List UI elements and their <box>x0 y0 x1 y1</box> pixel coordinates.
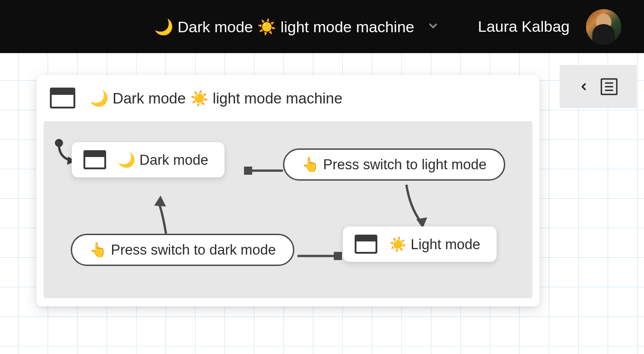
svg-point-6 <box>55 139 63 147</box>
state-node-light-mode[interactable]: ☀️ Light mode <box>343 226 497 262</box>
machine-header: 🌙 Dark mode ☀️ light mode machine <box>36 75 540 119</box>
svg-rect-15 <box>84 151 105 157</box>
svg-rect-8 <box>244 167 252 175</box>
event-to-light-mode[interactable]: 👆 Press switch to light mode <box>283 148 505 181</box>
arrow-event-to-light <box>406 185 427 228</box>
svg-marker-13 <box>154 196 166 206</box>
connector-light-to-event <box>298 252 342 260</box>
event-label: 👆 Press switch to light mode <box>302 156 487 173</box>
machine-body[interactable]: 🌙 Dark mode 👆 Press switch to light mode… <box>44 121 532 298</box>
connector-dark-to-event <box>244 167 283 175</box>
svg-rect-11 <box>334 252 342 260</box>
machine-title: 🌙 Dark mode ☀️ light mode machine <box>90 89 342 107</box>
state-node-dark-mode[interactable]: 🌙 Dark mode <box>72 142 224 177</box>
current-user-name: Laura Kalbag <box>478 18 570 35</box>
arrow-event-to-dark <box>154 196 166 234</box>
event-to-dark-mode[interactable]: 👆 Press switch to dark mode <box>71 234 294 266</box>
svg-rect-17 <box>356 236 376 241</box>
header-right: Laura Kalbag <box>478 9 621 44</box>
side-panel-toggle[interactable] <box>560 65 637 108</box>
chevron-left-icon <box>578 81 589 92</box>
header-title-group: 🌙 Dark mode ☀️ light mode machine <box>154 18 439 36</box>
state-label: 🌙 Dark mode <box>118 152 208 168</box>
svg-rect-5 <box>51 88 74 95</box>
state-icon <box>355 235 377 254</box>
project-title: 🌙 Dark mode ☀️ light mode machine <box>154 18 414 36</box>
chevron-down-icon <box>427 20 439 32</box>
machine-panel[interactable]: 🌙 Dark mode ☀️ light mode machine <box>36 75 540 306</box>
project-dropdown-trigger[interactable] <box>427 20 439 34</box>
avatar[interactable] <box>586 9 621 44</box>
machine-icon <box>50 88 75 108</box>
panel-icon <box>600 78 618 96</box>
event-label: 👆 Press switch to dark mode <box>89 241 276 258</box>
editor-canvas[interactable]: 🌙 Dark mode ☀️ light mode machine <box>0 53 644 354</box>
app-header: 🌙 Dark mode ☀️ light mode machine Laura … <box>0 0 644 53</box>
state-icon <box>83 150 106 169</box>
state-label: ☀️ Light mode <box>389 236 480 253</box>
